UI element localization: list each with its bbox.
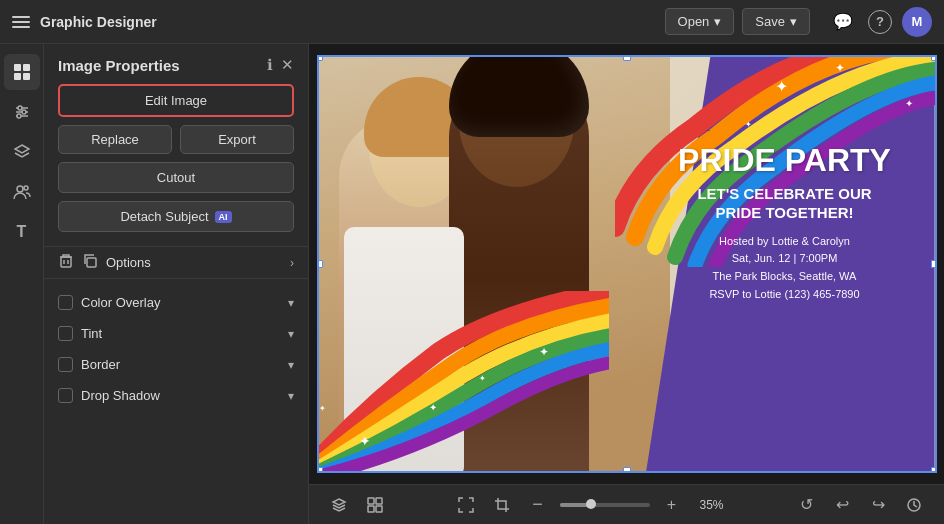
layers-panel-icon[interactable] (325, 491, 353, 519)
redo-icon[interactable]: ↪ (864, 491, 892, 519)
zoom-out-icon[interactable]: − (524, 491, 552, 519)
svg-rect-3 (23, 73, 30, 80)
crop-icon[interactable] (488, 491, 516, 519)
main: T Image Properties ℹ ✕ Edit Image Replac… (0, 44, 944, 524)
sidebar-header-icons: ℹ ✕ (267, 56, 294, 74)
ai-badge: AI (215, 211, 232, 223)
chat-icon[interactable]: 💬 (828, 7, 858, 37)
svg-rect-29 (368, 506, 374, 512)
bottom-right-tools: ↺ ↩ ↪ (792, 491, 928, 519)
border-item[interactable]: Border ▾ (44, 349, 308, 380)
info-icon[interactable]: ℹ (267, 56, 273, 74)
menu-icon[interactable] (12, 16, 30, 28)
layers-icon[interactable] (4, 134, 40, 170)
drop-shadow-chevron: ▾ (288, 389, 294, 403)
design-canvas: ✦ ✦ ✦ ✦ ✦ ✦ ✦ ✦ (317, 55, 937, 473)
handle-bot-left[interactable] (317, 467, 323, 473)
svg-marker-26 (333, 499, 345, 505)
color-overlay-checkbox[interactable] (58, 295, 73, 310)
svg-marker-10 (15, 145, 29, 153)
svg-point-7 (18, 106, 22, 110)
border-checkbox[interactable] (58, 357, 73, 372)
handle-top-mid[interactable] (623, 55, 631, 61)
sliders-icon[interactable] (4, 94, 40, 130)
zoom-value: 35% (694, 498, 730, 512)
party-details: Hosted by Lottie & Carolyn Sat, Jun. 12 … (650, 233, 920, 303)
grid-view-icon[interactable] (361, 491, 389, 519)
options-row[interactable]: Options › (44, 246, 308, 279)
replace-export-row: Replace Export (58, 125, 294, 154)
party-subtitle: LET'S CELEBRATE OURPRIDE TOGETHER! (650, 184, 920, 223)
handle-bot-right[interactable] (931, 467, 937, 473)
people-icon[interactable] (4, 174, 40, 210)
tint-item[interactable]: Tint ▾ (44, 318, 308, 349)
cutout-button[interactable]: Cutout (58, 162, 294, 193)
close-icon[interactable]: ✕ (281, 56, 294, 74)
svg-rect-30 (376, 506, 382, 512)
handle-mid-left[interactable] (317, 260, 323, 268)
handle-top-left[interactable] (317, 55, 323, 61)
party-title: PRIDE PARTY (650, 142, 920, 177)
chevron-down-icon: ▾ (714, 14, 721, 29)
app-title: Graphic Designer (40, 14, 655, 30)
replace-button[interactable]: Replace (58, 125, 172, 154)
icon-bar: T (0, 44, 44, 524)
options-chevron-icon: › (290, 256, 294, 270)
drop-shadow-label: Drop Shadow (81, 388, 280, 403)
sidebar: Image Properties ℹ ✕ Edit Image Replace … (44, 44, 309, 524)
zoom-slider[interactable] (560, 503, 650, 507)
detach-subject-button[interactable]: Detach Subject AI (58, 201, 294, 232)
tint-checkbox[interactable] (58, 326, 73, 341)
sidebar-title: Image Properties (58, 57, 259, 74)
color-overlay-item[interactable]: Color Overlay ▾ (44, 287, 308, 318)
reset-icon[interactable]: ↺ (792, 491, 820, 519)
duplicate-icon[interactable] (82, 253, 98, 272)
svg-point-9 (17, 114, 21, 118)
export-button[interactable]: Export (180, 125, 294, 154)
profile-icon[interactable] (4, 54, 40, 90)
save-button[interactable]: Save ▾ (742, 8, 810, 35)
svg-rect-1 (23, 64, 30, 71)
canvas-area: ✦ ✦ ✦ ✦ ✦ ✦ ✦ ✦ (309, 44, 944, 524)
effects-list: Color Overlay ▾ Tint ▾ Border ▾ Drop Sha… (44, 279, 308, 419)
topbar-actions: Open ▾ Save ▾ (665, 8, 810, 35)
svg-point-12 (24, 186, 28, 190)
drop-shadow-item[interactable]: Drop Shadow ▾ (44, 380, 308, 411)
chevron-down-icon: ▾ (790, 14, 797, 29)
tint-chevron: ▾ (288, 327, 294, 341)
color-overlay-chevron: ▾ (288, 296, 294, 310)
sidebar-header: Image Properties ℹ ✕ (44, 44, 308, 84)
handle-bot-mid[interactable] (623, 467, 631, 473)
svg-rect-27 (368, 498, 374, 504)
help-icon[interactable]: ? (868, 10, 892, 34)
svg-rect-16 (87, 258, 96, 267)
handle-top-right[interactable] (931, 55, 937, 61)
svg-rect-0 (14, 64, 21, 71)
fit-to-screen-icon[interactable] (452, 491, 480, 519)
topbar-icons: 💬 ? M (828, 7, 932, 37)
delete-icon[interactable] (58, 253, 74, 272)
text-icon[interactable]: T (4, 214, 40, 250)
tint-label: Tint (81, 326, 280, 341)
color-overlay-label: Color Overlay (81, 295, 280, 310)
svg-point-11 (17, 186, 23, 192)
zoom-thumb[interactable] (586, 499, 596, 509)
party-text: PRIDE PARTY LET'S CELEBRATE OURPRIDE TOG… (650, 142, 920, 303)
history-icon[interactable] (900, 491, 928, 519)
drop-shadow-checkbox[interactable] (58, 388, 73, 403)
edit-image-button[interactable]: Edit Image (58, 84, 294, 117)
svg-point-8 (22, 110, 26, 114)
bottom-left-tools (325, 491, 389, 519)
svg-rect-2 (14, 73, 21, 80)
canvas-container[interactable]: ✦ ✦ ✦ ✦ ✦ ✦ ✦ ✦ (309, 44, 944, 484)
open-button[interactable]: Open ▾ (665, 8, 735, 35)
handle-mid-right[interactable] (931, 260, 937, 268)
border-label: Border (81, 357, 280, 372)
photo-area (319, 57, 670, 471)
undo-icon[interactable]: ↩ (828, 491, 856, 519)
options-label[interactable]: Options (106, 255, 282, 270)
svg-rect-13 (61, 257, 71, 267)
zoom-in-icon[interactable]: + (658, 491, 686, 519)
svg-rect-28 (376, 498, 382, 504)
avatar[interactable]: M (902, 7, 932, 37)
